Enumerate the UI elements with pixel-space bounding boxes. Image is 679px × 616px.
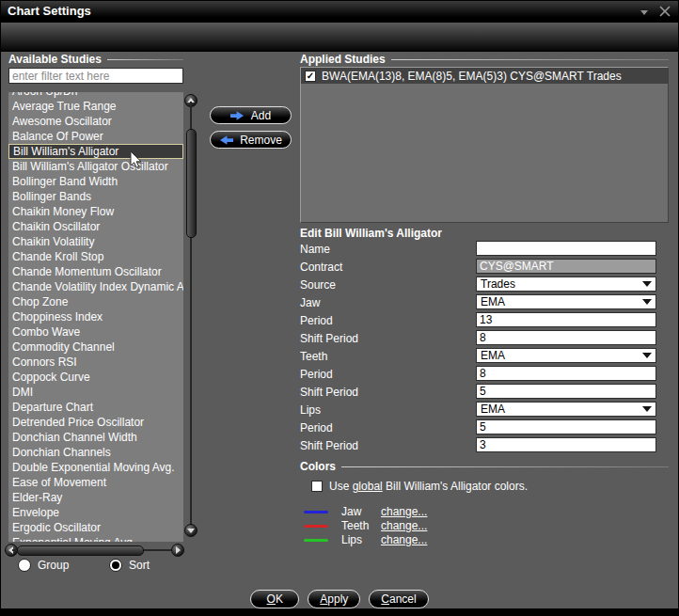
add-button[interactable]: Add [210, 106, 292, 124]
source-dropdown[interactable]: Trades [476, 276, 656, 292]
list-item[interactable]: Commodity Channel [8, 340, 183, 355]
list-item[interactable]: Average True Range [8, 99, 183, 114]
lips-color-swatch [304, 539, 328, 542]
jaw-color-change-link[interactable]: change... [381, 505, 427, 518]
list-item[interactable]: Double Exponential Moving Avg. [8, 460, 183, 475]
edit-study-form: Name Contract CYS@SMART Source Trades Ja… [300, 241, 669, 455]
window-title: Chart Settings [8, 4, 91, 18]
list-item[interactable]: Chaikin Oscillator [8, 219, 183, 234]
cancel-button[interactable]: Cancel [369, 590, 428, 608]
tab-strip: Chart Parameters Studies Secondary Serie… [1, 23, 678, 52]
horizontal-scrollbar-thumb[interactable] [17, 545, 144, 556]
applied-study-row[interactable]: ✓ BWA(EMA(13)8, EMA(8)5, EMA(5)3) CYS@SM… [301, 68, 668, 84]
teeth-period-input[interactable] [476, 366, 656, 381]
jaw-color-row: Jaw change... [304, 505, 427, 518]
contract-value: CYS@SMART [480, 260, 554, 273]
use-global-colors-checkbox[interactable] [311, 481, 323, 492]
global-link[interactable]: global [353, 480, 383, 493]
scroll-down-button[interactable] [184, 524, 197, 537]
list-item[interactable]: Elder-Ray [8, 490, 183, 505]
field-label: Period [300, 421, 333, 434]
lips-period-input[interactable] [476, 419, 656, 434]
list-item[interactable]: Aroon Up/Dn [8, 92, 183, 99]
remove-button-label: Remove [240, 134, 282, 147]
remove-button[interactable]: Remove [210, 131, 292, 149]
tab-label: Chart Parameters [5, 28, 43, 46]
divider [341, 466, 669, 467]
applied-study-checkbox[interactable]: ✓ [305, 71, 316, 82]
list-item[interactable]: Awesome Oscillator [8, 114, 183, 129]
list-item[interactable]: Donchian Channel Width [8, 430, 183, 445]
jaw-shift-period-input[interactable] [476, 330, 656, 345]
list-item[interactable]: Ergodic Oscillator [8, 520, 183, 535]
apply-button[interactable]: Apply [308, 590, 360, 608]
list-item[interactable]: Detrended Price Oscillator [8, 415, 183, 430]
field-label: Source [300, 278, 336, 292]
field-label: Contract [300, 261, 342, 274]
list-item[interactable]: Connors RSI [8, 355, 183, 370]
list-item[interactable]: Bill William's Alligator Oscillator [8, 159, 183, 174]
applied-studies-title: Applied Studies [300, 53, 386, 66]
lips-color-row: Lips change... [304, 533, 427, 546]
list-item[interactable]: Donchian Channels [8, 445, 183, 460]
teeth-shift-period-input[interactable] [476, 384, 656, 399]
dropdown-caret-icon[interactable] [640, 10, 648, 15]
arrow-right-icon [230, 111, 245, 120]
available-studies-list: Aroon Up/Dn Average True Range Awesome O… [8, 92, 183, 542]
list-item[interactable]: Chande Volatility Index Dynamic A [8, 279, 183, 294]
jaw-period-input[interactable] [476, 312, 656, 327]
list-item[interactable]: Chop Zone [8, 294, 183, 309]
jaw-ma-type-dropdown[interactable]: EMA [476, 294, 656, 309]
lips-shift-period-input[interactable] [476, 437, 656, 452]
ok-button[interactable]: OK [250, 590, 299, 608]
group-radio[interactable]: Group [18, 559, 69, 572]
list-item[interactable]: Chande Kroll Stop [8, 249, 183, 264]
teeth-ma-type-dropdown[interactable]: EMA [476, 348, 656, 363]
add-button-label: Add [251, 109, 271, 122]
group-radio-circle [18, 559, 31, 572]
field-label: Teeth [300, 350, 327, 363]
chart-settings-dialog: Chart Settings Chart Parameters Studies … [0, 0, 679, 616]
list-item[interactable]: Balance Of Power [8, 129, 183, 144]
list-item-selected[interactable]: Bill William's Alligator [8, 144, 183, 159]
sort-radio-label: Sort [129, 559, 150, 572]
close-icon[interactable] [659, 6, 671, 17]
name-input[interactable] [476, 241, 656, 256]
colors-title: Colors [300, 460, 336, 473]
list-item[interactable]: Ease of Movement [8, 475, 183, 490]
dropdown-value: EMA [481, 403, 505, 416]
list-item[interactable]: Chande Momentum Oscillator [8, 264, 183, 279]
vertical-scrollbar-thumb[interactable] [186, 129, 197, 238]
study-filter-input[interactable] [8, 68, 183, 84]
field-label: Period [300, 314, 333, 327]
list-item[interactable]: Chaikin Money Flow [8, 204, 183, 219]
lips-ma-type-dropdown[interactable]: EMA [476, 402, 656, 417]
scroll-right-button[interactable] [171, 544, 184, 557]
chevron-down-icon [642, 299, 652, 305]
sort-radio-circle [109, 559, 122, 572]
contract-field: CYS@SMART [476, 259, 656, 274]
list-item[interactable]: Exponential Moving Avg. [8, 535, 183, 542]
teeth-color-change-link[interactable]: change... [381, 519, 427, 532]
dropdown-value: Trades [481, 277, 515, 291]
list-item[interactable]: Bollinger Band Width [8, 174, 183, 189]
divider [391, 59, 669, 60]
arrow-left-icon [219, 135, 233, 145]
dropdown-value: EMA [481, 349, 505, 362]
sort-radio[interactable]: Sort [109, 559, 150, 572]
dropdown-value: EMA [481, 295, 505, 308]
field-label: Shift Period [300, 439, 358, 452]
list-item[interactable]: Chaikin Volatility [8, 234, 183, 249]
list-item[interactable]: Bollinger Bands [8, 189, 183, 204]
color-label: Jaw [341, 505, 381, 518]
list-item[interactable]: Departure Chart [8, 400, 183, 415]
list-item[interactable]: Combo Wave [8, 324, 183, 340]
list-item[interactable]: Choppiness Index [8, 309, 183, 324]
chevron-down-icon [642, 281, 652, 287]
jaw-color-swatch [304, 511, 328, 513]
field-label: Shift Period [300, 332, 358, 345]
lips-color-change-link[interactable]: change... [381, 533, 427, 546]
list-item[interactable]: DMI [8, 385, 183, 400]
list-item[interactable]: Coppock Curve [8, 370, 183, 385]
list-item[interactable]: Envelope [8, 505, 183, 520]
